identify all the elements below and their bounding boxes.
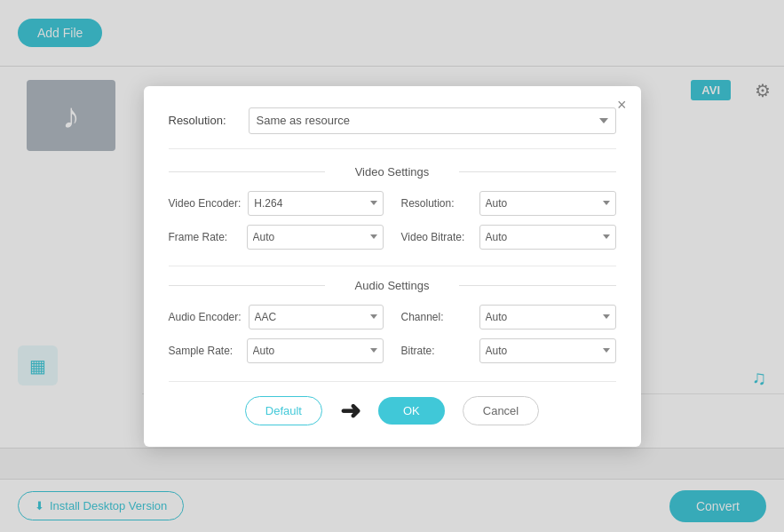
frame-rate-row: Frame Rate: Auto 24 30 60 [169, 225, 384, 250]
video-encoder-select[interactable]: H.264 H.265 MPEG-4 [248, 191, 383, 216]
video-encoder-label: Video Encoder: [169, 197, 242, 210]
app-background: Add File ♪ AVI ⚙ MP W [0, 0, 784, 532]
modal-footer: Default ➜ OK Cancel [169, 381, 616, 425]
default-button[interactable]: Default [245, 396, 322, 425]
video-settings-grid: Video Encoder: H.264 H.265 MPEG-4 Resolu… [169, 191, 616, 250]
frame-rate-select[interactable]: Auto 24 30 60 [247, 225, 384, 250]
audio-encoder-row: Audio Encoder: AAC MP3 OGG FLAC [169, 305, 384, 330]
bitrate-select[interactable]: Auto 128k 192k 256k 320k [479, 338, 616, 363]
ok-button[interactable]: OK [378, 397, 445, 425]
audio-encoder-label: Audio Encoder: [169, 311, 242, 323]
frame-rate-label: Frame Rate: [169, 231, 240, 243]
bitrate-row: Bitrate: Auto 128k 192k 256k 320k [401, 338, 616, 363]
resolution-top-select[interactable]: Same as resource 1920x1080 1280x720 854x… [249, 107, 616, 134]
settings-modal: × Resolution: Same as resource 1920x1080… [144, 86, 641, 447]
sample-rate-label: Sample Rate: [169, 345, 240, 357]
resolution-sub-label: Resolution: [401, 197, 472, 210]
channel-select[interactable]: Auto Mono Stereo [479, 305, 616, 330]
sample-rate-select[interactable]: Auto 44100 48000 96000 [247, 338, 384, 363]
modal-overlay: × Resolution: Same as resource 1920x1080… [0, 0, 784, 532]
video-bitrate-select[interactable]: Auto 500k 1000k 2000k [479, 225, 616, 250]
resolution-row: Resolution: Same as resource 1920x1080 1… [169, 107, 616, 149]
resolution-sub-row: Resolution: Auto 1920x1080 1280x720 [401, 191, 616, 216]
cancel-button[interactable]: Cancel [463, 396, 539, 425]
bitrate-label: Bitrate: [401, 345, 472, 357]
video-encoder-row: Video Encoder: H.264 H.265 MPEG-4 [169, 191, 384, 216]
sample-rate-row: Sample Rate: Auto 44100 48000 96000 [169, 338, 384, 363]
video-settings-header: Video Settings [169, 165, 616, 179]
modal-close-button[interactable]: × [617, 97, 627, 113]
audio-encoder-select[interactable]: AAC MP3 OGG FLAC [249, 305, 384, 330]
resolution-sub-select[interactable]: Auto 1920x1080 1280x720 [479, 191, 616, 216]
audio-settings-grid: Audio Encoder: AAC MP3 OGG FLAC Channel:… [169, 305, 616, 363]
video-bitrate-row: Video Bitrate: Auto 500k 1000k 2000k [401, 225, 616, 250]
channel-row: Channel: Auto Mono Stereo [401, 305, 616, 330]
audio-settings-header: Audio Settings [169, 279, 616, 292]
channel-label: Channel: [401, 311, 472, 323]
resolution-top-label: Resolution: [169, 114, 249, 127]
section-divider [169, 266, 616, 266]
arrow-indicator: ➜ [340, 396, 360, 425]
video-bitrate-label: Video Bitrate: [401, 231, 472, 243]
